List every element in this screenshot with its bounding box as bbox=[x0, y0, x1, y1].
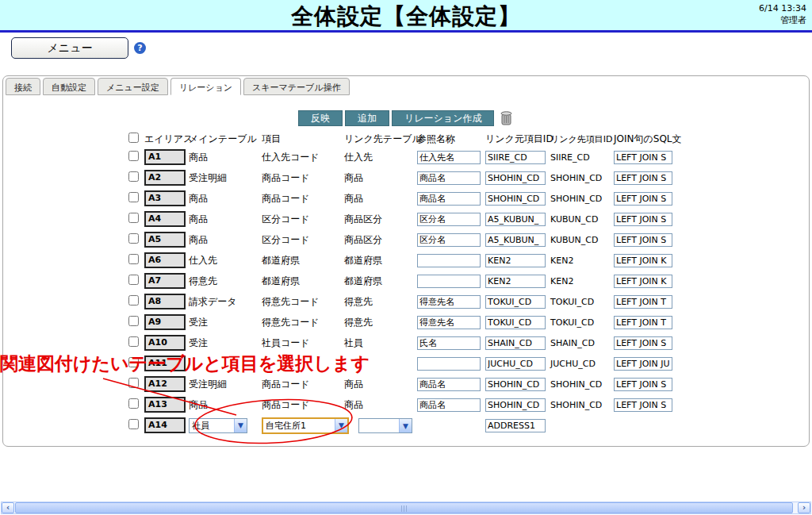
col-dst-id: リンク先項目ID bbox=[550, 133, 614, 145]
join-sql-input[interactable] bbox=[614, 295, 672, 309]
select-all-checkbox[interactable] bbox=[128, 133, 139, 143]
ref-name-input[interactable] bbox=[417, 171, 481, 185]
alias-box: A3 bbox=[144, 190, 186, 206]
join-sql-input[interactable] bbox=[614, 316, 672, 329]
scroll-right-button[interactable]: › bbox=[798, 502, 810, 513]
tab-schema-table[interactable]: スキーマテーブル操作 bbox=[243, 78, 350, 95]
src-id-input[interactable] bbox=[485, 419, 546, 432]
item-cell: 商品コード bbox=[262, 378, 344, 391]
src-id-input[interactable] bbox=[485, 378, 546, 391]
scrollbar-thumb[interactable] bbox=[15, 502, 793, 513]
alias-box: A13 bbox=[144, 397, 186, 413]
tab-strip: 接続 自動設定 メニュー設定 リレーション スキーマテーブル操作 bbox=[6, 76, 350, 95]
src-id-input[interactable] bbox=[485, 295, 546, 309]
add-button[interactable]: 追加 bbox=[345, 110, 389, 126]
join-sql-input[interactable] bbox=[614, 336, 672, 350]
menu-button[interactable]: メニュー bbox=[11, 37, 128, 59]
join-sql-input[interactable] bbox=[614, 254, 672, 267]
tab-connection[interactable]: 接続 bbox=[6, 78, 40, 95]
horizontal-scrollbar[interactable]: ‹ › bbox=[1, 502, 811, 514]
row-checkbox[interactable] bbox=[128, 233, 139, 244]
tab-auto-settings[interactable]: 自動設定 bbox=[43, 78, 95, 95]
join-sql-input[interactable] bbox=[614, 378, 672, 391]
ref-name-input[interactable] bbox=[417, 316, 481, 329]
ref-name-input[interactable] bbox=[417, 295, 481, 309]
row-checkbox[interactable] bbox=[128, 316, 139, 326]
row-checkbox[interactable] bbox=[128, 171, 139, 182]
src-id-input[interactable] bbox=[485, 316, 546, 329]
join-sql-input[interactable] bbox=[614, 233, 672, 247]
dst-id-text: SHAIN_CD bbox=[550, 338, 614, 348]
join-sql-input[interactable] bbox=[614, 151, 672, 164]
ref-name-input[interactable] bbox=[417, 357, 481, 371]
link-table-cell: 得意先 bbox=[344, 316, 417, 329]
col-src-id: リンク元項目ID bbox=[485, 133, 550, 146]
row-checkbox[interactable] bbox=[128, 378, 139, 388]
row-checkbox[interactable] bbox=[128, 192, 139, 202]
table-row: A1 商品 仕入先コード 仕入先 SIIRE_CD bbox=[128, 147, 677, 167]
scroll-left-button[interactable]: ‹ bbox=[2, 502, 14, 513]
link-table-cell: 商品 bbox=[344, 378, 417, 391]
link-table-cell: 商品区分 bbox=[344, 213, 417, 226]
src-id-input[interactable] bbox=[485, 357, 546, 371]
tab-menu-settings[interactable]: メニュー設定 bbox=[98, 78, 168, 95]
src-id-input[interactable] bbox=[485, 398, 546, 412]
src-id-input[interactable] bbox=[485, 254, 546, 267]
item-cell: 区分コード bbox=[262, 233, 344, 247]
col-main-table: メインテーブル bbox=[189, 133, 262, 146]
src-id-input[interactable] bbox=[485, 213, 546, 226]
ref-name-input[interactable] bbox=[417, 398, 481, 412]
row-checkbox[interactable] bbox=[128, 275, 139, 285]
datetime-text: 6/14 13:34 bbox=[759, 2, 806, 14]
dst-id-text: KUBUN_CD bbox=[550, 235, 614, 245]
dst-id-text: KEN2 bbox=[550, 256, 614, 266]
src-id-input[interactable] bbox=[485, 275, 546, 288]
ref-name-input[interactable] bbox=[417, 213, 481, 226]
tab-relation[interactable]: リレーション bbox=[170, 78, 241, 95]
join-sql-input[interactable] bbox=[614, 357, 672, 371]
scrollbar-grip-icon bbox=[401, 505, 408, 512]
row-checkbox[interactable] bbox=[128, 336, 139, 347]
row-checkbox[interactable] bbox=[128, 295, 139, 306]
table-select[interactable]: 社員 ▼ bbox=[189, 418, 247, 433]
row-checkbox[interactable] bbox=[128, 151, 139, 161]
ref-name-input[interactable] bbox=[417, 378, 481, 391]
join-sql-input[interactable] bbox=[614, 192, 672, 206]
ref-name-input[interactable] bbox=[417, 254, 481, 267]
alias-box: A7 bbox=[144, 273, 186, 289]
src-id-input[interactable] bbox=[485, 192, 546, 206]
table-row: A6 仕入先 都道府県 都道府県 KEN2 bbox=[128, 250, 677, 271]
row-checkbox[interactable] bbox=[128, 254, 139, 264]
alias-box: A1 bbox=[144, 149, 186, 165]
src-id-input[interactable] bbox=[485, 171, 546, 185]
join-sql-input[interactable] bbox=[614, 213, 672, 226]
help-icon[interactable]: ? bbox=[134, 42, 146, 54]
table-row: A13 商品 商品コード 商品 SHOHIN_CD bbox=[128, 394, 677, 415]
link-table-select[interactable]: ▼ bbox=[358, 418, 412, 433]
dst-id-text: KEN2 bbox=[550, 276, 614, 286]
trash-icon[interactable] bbox=[500, 110, 514, 126]
ref-name-input[interactable] bbox=[417, 233, 481, 247]
ref-name-input[interactable] bbox=[417, 192, 481, 206]
row-checkbox[interactable] bbox=[128, 419, 139, 429]
main-table-cell: 受注 bbox=[189, 336, 262, 350]
reflect-button[interactable]: 反映 bbox=[298, 110, 343, 126]
row-checkbox[interactable] bbox=[128, 398, 139, 409]
main-table-cell: 商品 bbox=[189, 233, 262, 247]
src-id-input[interactable] bbox=[485, 233, 546, 247]
join-sql-input[interactable] bbox=[614, 398, 672, 412]
alias-box: A2 bbox=[144, 170, 186, 186]
join-sql-input[interactable] bbox=[614, 171, 672, 185]
ref-name-input[interactable] bbox=[417, 336, 481, 350]
src-id-input[interactable] bbox=[485, 336, 546, 350]
header-meta: 6/14 13:34 管理者 bbox=[759, 2, 806, 26]
row-checkbox[interactable] bbox=[128, 213, 139, 223]
item-select[interactable]: 自宅住所1 ▼ bbox=[262, 417, 349, 434]
ref-name-input[interactable] bbox=[417, 275, 481, 288]
table-row: A10 受注 社員コード 社員 SHAIN_CD bbox=[128, 332, 677, 353]
join-sql-input[interactable] bbox=[614, 275, 672, 288]
create-relation-button[interactable]: リレーション作成 bbox=[392, 110, 494, 126]
item-cell: 仕入先コード bbox=[262, 151, 344, 164]
ref-name-input[interactable] bbox=[417, 151, 481, 164]
src-id-input[interactable] bbox=[485, 151, 546, 164]
